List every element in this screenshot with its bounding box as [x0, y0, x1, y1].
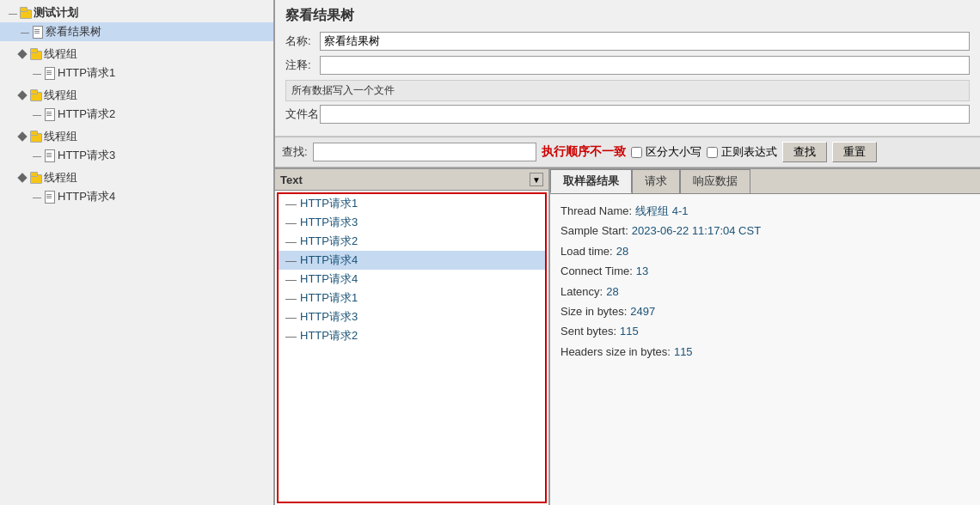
- dash-icon: —: [285, 235, 297, 248]
- list-row-text: HTTP请求3: [300, 215, 358, 230]
- comment-input[interactable]: [320, 56, 970, 75]
- search-area: 查找: 执行顺序不一致 区分大小写 正则表达式 查找 重置: [275, 137, 980, 167]
- detail-row-headers: Headers size in bytes: 115: [560, 342, 970, 362]
- tree-item-root[interactable]: — 测试计划: [0, 3, 273, 22]
- tree-item-req3[interactable]: — HTTP请求3: [0, 146, 273, 165]
- config-area: 察看结果树 名称: 注释: 所有数据写入一个文件 文件名: [275, 0, 980, 137]
- file-row: 文件名: [285, 105, 970, 124]
- regex-checkbox[interactable]: [707, 147, 718, 158]
- folder-icon: [29, 89, 41, 101]
- detail-val: 2023-06-22 11:17:04 CST: [632, 221, 761, 240]
- tree-item-tg4[interactable]: 线程组: [0, 168, 273, 187]
- detail-row-thread: Thread Name: 线程组 4-1: [560, 201, 970, 221]
- tab-request[interactable]: 请求: [632, 169, 680, 193]
- search-input[interactable]: [313, 143, 536, 161]
- dash-icon: —: [285, 273, 297, 286]
- detail-key: Thread Name:: [560, 201, 632, 221]
- tree-label: 察看结果树: [46, 24, 101, 40]
- name-row: 名称:: [285, 32, 970, 51]
- tree-label: HTTP请求4: [58, 189, 115, 204]
- list-item[interactable]: — HTTP请求1: [279, 194, 545, 213]
- dash-icon: —: [285, 198, 297, 210]
- find-button[interactable]: 查找: [782, 142, 827, 162]
- detail-row-load: Load time: 28: [560, 241, 970, 261]
- comment-row: 注释:: [285, 56, 970, 75]
- dash-icon: —: [285, 216, 297, 229]
- detail-row-size: Size in bytes: 2497: [560, 301, 970, 321]
- page-icon: [43, 108, 55, 120]
- list-row-text: HTTP请求4: [300, 271, 358, 287]
- file-label: 文件名: [285, 106, 320, 122]
- section-title: 所有数据写入一个文件: [285, 80, 970, 101]
- tree-label: HTTP请求2: [58, 106, 115, 122]
- list-header-dropdown[interactable]: ▼: [530, 173, 543, 186]
- list-item[interactable]: — HTTP请求1: [279, 289, 545, 307]
- list-item[interactable]: — HTTP请求3: [279, 213, 545, 232]
- detail-key: Size in bytes:: [560, 301, 627, 321]
- list-item[interactable]: — HTTP请求3: [279, 307, 545, 326]
- tree-label: 测试计划: [34, 5, 78, 21]
- list-item-selected[interactable]: — HTTP请求4: [279, 251, 545, 270]
- right-panel: 察看结果树 名称: 注释: 所有数据写入一个文件 文件名 查找: 执行顺序不一致…: [275, 0, 980, 505]
- regex-label: 正则表达式: [721, 144, 777, 160]
- page-icon: [43, 191, 55, 203]
- config-title: 察看结果树: [285, 7, 970, 25]
- detail-val: 13: [636, 261, 648, 281]
- list-header-text: Text: [280, 173, 530, 186]
- case-sensitive-checkbox[interactable]: [631, 147, 642, 158]
- detail-val: 2497: [630, 301, 655, 321]
- list-content: — HTTP请求1 — HTTP请求3 — HTTP请求2 — HTTP请求4 …: [277, 192, 547, 503]
- list-row-text: HTTP请求3: [300, 309, 358, 325]
- list-item[interactable]: — HTTP请求4: [279, 270, 545, 289]
- list-row-text: HTTP请求1: [300, 290, 358, 306]
- folder-icon: [29, 172, 41, 184]
- dash-icon: —: [285, 330, 297, 343]
- tree-label: HTTP请求1: [58, 65, 115, 81]
- diamond-icon: [17, 173, 27, 182]
- tree-label: HTTP请求3: [58, 148, 115, 163]
- detail-val: 线程组 4-1: [635, 201, 688, 221]
- reset-button[interactable]: 重置: [832, 142, 877, 162]
- list-row-text: HTTP请求2: [300, 234, 358, 249]
- folder-icon: [29, 131, 41, 143]
- tree-item-tg1[interactable]: 线程组: [0, 45, 273, 64]
- tree-item-req1[interactable]: — HTTP请求1: [0, 64, 273, 82]
- detail-tabs: 取样器结果 请求 响应数据: [550, 169, 980, 194]
- name-label: 名称:: [285, 33, 320, 49]
- page-icon: [43, 67, 55, 79]
- tree-label: 线程组: [44, 46, 77, 62]
- folder-icon: [19, 7, 31, 19]
- tree-label: 线程组: [44, 170, 77, 186]
- tab-sampler-result[interactable]: 取样器结果: [550, 169, 632, 193]
- file-input[interactable]: [320, 105, 970, 124]
- page-icon: [31, 26, 43, 38]
- tree-item-listener[interactable]: — 察看结果树: [0, 22, 273, 41]
- search-note: 执行顺序不一致: [542, 144, 626, 160]
- case-sensitive-group: 区分大小写: [631, 144, 701, 160]
- tree-item-tg2[interactable]: 线程组: [0, 86, 273, 105]
- name-input[interactable]: [320, 32, 970, 51]
- detail-row-sent: Sent bytes: 115: [560, 321, 970, 341]
- list-item[interactable]: — HTTP请求2: [279, 326, 545, 345]
- tab-response-data[interactable]: 响应数据: [680, 169, 750, 193]
- list-item[interactable]: — HTTP请求2: [279, 232, 545, 251]
- tree-connector: —: [7, 9, 19, 18]
- detail-row-connect: Connect Time: 13: [560, 261, 970, 281]
- tree-connector: —: [31, 151, 43, 161]
- diamond-icon: [17, 90, 27, 100]
- page-icon: [43, 149, 55, 161]
- list-panel: Text ▼ — HTTP请求1 — HTTP请求3 — HTTP请求2 —: [275, 169, 550, 505]
- detail-row-start: Sample Start: 2023-06-22 11:17:04 CST: [560, 221, 970, 240]
- tree-label: 线程组: [44, 129, 77, 144]
- detail-content: Thread Name: 线程组 4-1 Sample Start: 2023-…: [550, 194, 980, 505]
- detail-key: Connect Time:: [560, 261, 633, 281]
- case-sensitive-label: 区分大小写: [646, 144, 701, 160]
- tree-item-req2[interactable]: — HTTP请求2: [0, 105, 273, 124]
- detail-val: 115: [620, 321, 639, 341]
- detail-key: Sent bytes:: [560, 321, 616, 341]
- tree-connector: —: [31, 192, 43, 202]
- tree-item-tg3[interactable]: 线程组: [0, 127, 273, 146]
- tree-label: 线程组: [44, 88, 77, 103]
- left-tree-panel: — 测试计划 — 察看结果树 线程组 — HTTP请求1 线程组 — HTTP请…: [0, 0, 275, 505]
- tree-item-req4[interactable]: — HTTP请求4: [0, 187, 273, 206]
